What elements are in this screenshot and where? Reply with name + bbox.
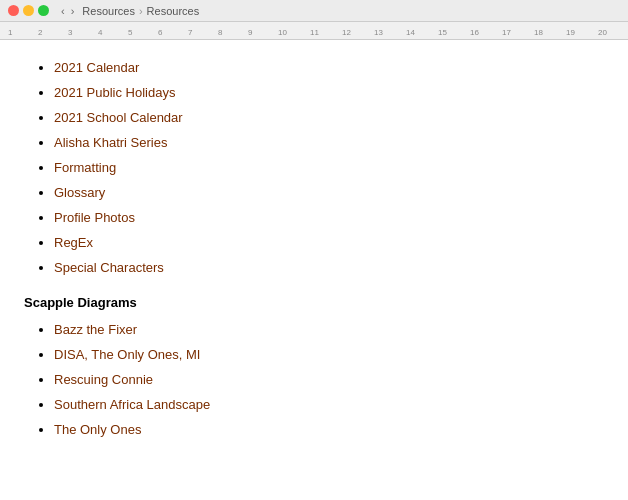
scapple-item-link-4[interactable]: Southern Africa Landscape xyxy=(54,397,210,412)
breadcrumb-item-1[interactable]: Resources xyxy=(82,5,135,17)
document-content: 2021 Calendar 2021 Public Holidays 2021 … xyxy=(24,60,584,437)
list-item: Bazz the Fixer xyxy=(54,322,584,337)
scapple-diagrams-section: Scapple Diagrams Bazz the Fixer DISA, Th… xyxy=(24,295,584,437)
section-header-scapple: Scapple Diagrams xyxy=(24,295,584,310)
window-controls[interactable] xyxy=(8,5,49,16)
resources-list-section: 2021 Calendar 2021 Public Holidays 2021 … xyxy=(24,60,584,275)
resources-list: 2021 Calendar 2021 Public Holidays 2021 … xyxy=(24,60,584,275)
list-item: Profile Photos xyxy=(54,210,584,225)
list-item: The Only Ones xyxy=(54,422,584,437)
list-item: 2021 Public Holidays xyxy=(54,85,584,100)
breadcrumb: Resources › Resources xyxy=(82,5,199,17)
maximize-button[interactable] xyxy=(38,5,49,16)
list-item-link-8[interactable]: RegEx xyxy=(54,235,93,250)
list-item: Formatting xyxy=(54,160,584,175)
list-item: Special Characters xyxy=(54,260,584,275)
content-area: 2021 Calendar 2021 Public Holidays 2021 … xyxy=(0,40,628,500)
title-bar: ‹ › Resources › Resources xyxy=(0,0,628,22)
scapple-item-link-3[interactable]: Rescuing Connie xyxy=(54,372,153,387)
list-item: DISA, The Only Ones, MI xyxy=(54,347,584,362)
list-item-link-2[interactable]: 2021 Public Holidays xyxy=(54,85,175,100)
list-item-link-3[interactable]: 2021 School Calendar xyxy=(54,110,183,125)
scapple-list: Bazz the Fixer DISA, The Only Ones, MI R… xyxy=(24,322,584,437)
list-item: Rescuing Connie xyxy=(54,372,584,387)
back-arrow[interactable]: ‹ xyxy=(59,5,67,17)
list-item-link-4[interactable]: Alisha Khatri Series xyxy=(54,135,167,150)
list-item: Glossary xyxy=(54,185,584,200)
breadcrumb-separator: › xyxy=(139,5,143,17)
close-button[interactable] xyxy=(8,5,19,16)
breadcrumb-item-2: Resources xyxy=(147,5,200,17)
scapple-item-link-5[interactable]: The Only Ones xyxy=(54,422,141,437)
ruler: 1 2 3 4 5 6 7 8 9 10 11 12 13 14 15 16 1… xyxy=(0,22,628,40)
list-item-link-1[interactable]: 2021 Calendar xyxy=(54,60,139,75)
scapple-item-link-2[interactable]: DISA, The Only Ones, MI xyxy=(54,347,200,362)
list-item-link-6[interactable]: Glossary xyxy=(54,185,105,200)
minimize-button[interactable] xyxy=(23,5,34,16)
forward-arrow[interactable]: › xyxy=(69,5,77,17)
list-item: RegEx xyxy=(54,235,584,250)
list-item-link-7[interactable]: Profile Photos xyxy=(54,210,135,225)
nav-arrows[interactable]: ‹ › xyxy=(59,5,76,17)
list-item: 2021 Calendar xyxy=(54,60,584,75)
scapple-item-link-1[interactable]: Bazz the Fixer xyxy=(54,322,137,337)
list-item: 2021 School Calendar xyxy=(54,110,584,125)
list-item: Southern Africa Landscape xyxy=(54,397,584,412)
list-item-link-9[interactable]: Special Characters xyxy=(54,260,164,275)
list-item-link-5[interactable]: Formatting xyxy=(54,160,116,175)
list-item: Alisha Khatri Series xyxy=(54,135,584,150)
